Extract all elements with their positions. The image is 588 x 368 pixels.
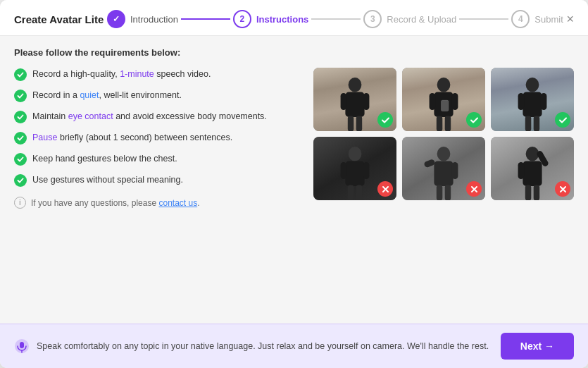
svg-rect-16 — [541, 93, 547, 110]
svg-rect-15 — [518, 93, 525, 110]
content-area: Record a high-quality, 1-minute speech v… — [14, 68, 574, 209]
step-4: 4 Submit — [511, 10, 563, 28]
check-icon-3 — [14, 111, 27, 123]
instruction-item: Maintain eye contact and avoid excessive… — [14, 110, 299, 123]
svg-point-19 — [349, 147, 362, 161]
info-note: i If you have any questions, please cont… — [14, 197, 299, 209]
svg-rect-39 — [525, 185, 532, 200]
svg-rect-22 — [363, 162, 370, 179]
svg-point-27 — [437, 147, 451, 161]
svg-rect-5 — [356, 116, 363, 131]
svg-rect-29 — [423, 159, 435, 168]
svg-rect-3 — [363, 93, 370, 110]
instruction-text-1: Record a high-quality, 1-minute speech v… — [32, 68, 211, 81]
check-icon-1 — [14, 68, 27, 81]
check-icon-2 — [14, 90, 27, 102]
svg-point-0 — [349, 78, 362, 92]
next-button[interactable]: Next → — [501, 333, 574, 360]
svg-rect-14 — [523, 92, 542, 117]
images-grid — [313, 68, 574, 209]
good-image-2 — [402, 68, 485, 131]
instruction-item: Keep hand gestures below the chest. — [14, 152, 299, 166]
step-2: 2 Instructions — [233, 10, 308, 28]
instruction-item: Use gestures without special meaning. — [14, 173, 299, 187]
svg-rect-23 — [348, 185, 354, 200]
svg-rect-2 — [341, 93, 347, 110]
svg-rect-24 — [356, 185, 363, 200]
svg-rect-12 — [442, 100, 449, 111]
good-image-1 — [313, 68, 396, 131]
instruction-item: Record a high-quality, 1-minute speech v… — [14, 68, 299, 81]
modal-header: Create Avatar Lite ✓ Introduction 2 Inst… — [0, 0, 588, 36]
footer-text-area: Speak comfortably on any topic in your n… — [14, 338, 501, 354]
svg-rect-37 — [518, 162, 525, 179]
instruction-text-2: Record in a quiet, well-lit environment. — [32, 89, 182, 102]
step-2-circle: 2 — [233, 10, 251, 28]
section-title: Please follow the requirements below: — [14, 47, 574, 58]
close-button[interactable]: × — [566, 13, 574, 25]
step-1-label: Introduction — [130, 14, 178, 25]
svg-rect-8 — [430, 93, 436, 110]
instruction-text-6: Use gestures without special meaning. — [32, 173, 183, 187]
instruction-item: Record in a quiet, well-lit environment. — [14, 89, 299, 102]
svg-rect-40 — [534, 185, 540, 200]
step-1-circle: ✓ — [107, 10, 125, 28]
instruction-text-5: Keep hand gestures below the chest. — [32, 152, 177, 166]
step-3-circle: 3 — [363, 10, 382, 28]
step-4-label: Submit — [534, 14, 563, 25]
info-note-text: If you have any questions, please contac… — [31, 198, 200, 208]
svg-rect-44 — [20, 342, 24, 348]
svg-rect-1 — [345, 92, 364, 117]
microphone-icon — [14, 338, 30, 354]
svg-point-6 — [437, 78, 451, 92]
stepper: ✓ Introduction 2 Instructions 3 Record &… — [107, 10, 563, 28]
footer-text: Speak comfortably on any topic in your n… — [37, 341, 489, 351]
step-2-label: Instructions — [256, 14, 308, 25]
svg-rect-21 — [341, 162, 347, 179]
svg-rect-32 — [445, 185, 451, 200]
svg-rect-10 — [437, 116, 443, 131]
check-icon-6 — [14, 174, 27, 187]
step-3-label: Record & Upload — [387, 14, 456, 25]
step-1: ✓ Introduction — [107, 10, 178, 28]
bad-image-1 — [313, 137, 396, 200]
svg-rect-17 — [525, 116, 532, 131]
badge-no-2 — [466, 181, 482, 197]
step-4-circle: 4 — [511, 10, 530, 28]
badge-ok-1 — [377, 112, 393, 128]
instructions-list: Record a high-quality, 1-minute speech v… — [14, 68, 299, 209]
svg-rect-4 — [348, 116, 354, 131]
instruction-item: Pause briefly (about 1 second) between s… — [14, 131, 299, 145]
step-line-3 — [459, 18, 508, 20]
svg-rect-28 — [434, 161, 453, 186]
svg-rect-31 — [437, 185, 443, 200]
good-image-3 — [491, 68, 574, 131]
check-icon-4 — [14, 132, 27, 145]
create-avatar-modal: Create Avatar Lite ✓ Introduction 2 Inst… — [0, 0, 588, 368]
svg-point-13 — [526, 78, 539, 92]
badge-ok-2 — [466, 112, 482, 128]
bad-image-2 — [402, 137, 485, 200]
svg-rect-9 — [452, 93, 458, 110]
check-icon-5 — [14, 153, 27, 166]
svg-rect-36 — [523, 161, 542, 186]
badge-no-1 — [377, 181, 393, 197]
instruction-text-3: Maintain eye contact and avoid excessive… — [32, 110, 267, 123]
step-3: 3 Record & Upload — [363, 10, 456, 28]
badge-no-3 — [555, 181, 570, 197]
step-line-1 — [181, 18, 230, 20]
svg-rect-18 — [534, 116, 540, 131]
bad-images-row — [313, 137, 574, 200]
instruction-text-4: Pause briefly (about 1 second) between s… — [32, 131, 232, 145]
good-images-row — [313, 68, 574, 131]
svg-rect-30 — [452, 162, 458, 179]
modal-footer: Speak comfortably on any topic in your n… — [0, 324, 588, 368]
info-icon: i — [14, 197, 26, 209]
badge-ok-3 — [555, 112, 570, 128]
step-line-2 — [311, 18, 361, 20]
svg-rect-20 — [345, 161, 364, 186]
svg-rect-11 — [445, 116, 451, 131]
bad-image-3 — [491, 137, 574, 200]
main-content: Please follow the requirements below: Re… — [0, 36, 588, 324]
contact-us-link[interactable]: contact us — [158, 198, 197, 208]
